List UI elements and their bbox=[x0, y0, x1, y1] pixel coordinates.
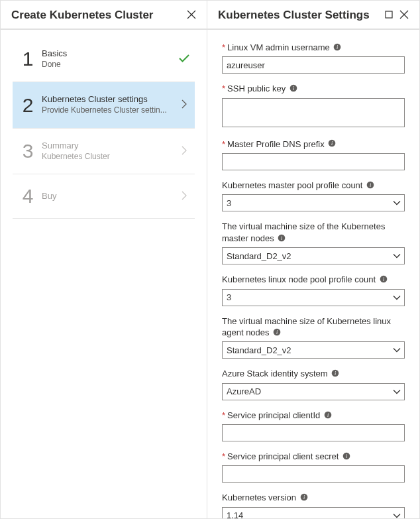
close-icon[interactable] bbox=[399, 10, 409, 21]
info-icon[interactable]: i bbox=[331, 369, 339, 380]
node-count-select[interactable]: 3 bbox=[222, 289, 405, 306]
field-label: The virtual machine size of Kubernetes l… bbox=[222, 316, 405, 339]
required-icon: * bbox=[222, 139, 225, 149]
required-icon: * bbox=[222, 451, 225, 461]
field-sp-secret: *Service principal client secret i bbox=[222, 451, 405, 483]
sp-clientid-input[interactable] bbox=[222, 424, 405, 441]
settings-form: *Linux VM admin username i *SSH public k… bbox=[207, 30, 419, 518]
linux-username-input[interactable] bbox=[222, 56, 405, 74]
check-icon bbox=[179, 54, 189, 64]
field-ssh-key: *SSH public key i bbox=[222, 83, 405, 129]
info-icon[interactable]: i bbox=[328, 139, 336, 150]
required-icon: * bbox=[222, 42, 225, 52]
field-master-size: The virtual machine size of the Kubernet… bbox=[222, 221, 405, 264]
info-icon[interactable]: i bbox=[333, 42, 341, 54]
info-icon[interactable]: i bbox=[289, 84, 297, 95]
field-label: *Service principal client secret i bbox=[222, 451, 405, 463]
field-label: Kubernetes master pool profile count i bbox=[222, 180, 405, 192]
field-linux-username: *Linux VM admin username i bbox=[222, 42, 405, 74]
step-buy[interactable]: 4 Buy bbox=[13, 174, 195, 219]
svg-text:i: i bbox=[337, 44, 338, 50]
info-icon[interactable]: i bbox=[324, 410, 332, 422]
k8s-version-select[interactable]: 1.14 bbox=[222, 507, 405, 518]
svg-text:i: i bbox=[281, 235, 282, 241]
step-number: 4 bbox=[17, 186, 39, 206]
step-number: 3 bbox=[17, 141, 39, 161]
svg-text:i: i bbox=[370, 182, 371, 188]
field-k8s-version: Kubernetes version i 1.14 bbox=[222, 492, 405, 518]
chevron-right-icon bbox=[182, 191, 187, 202]
identity-system-select[interactable]: AzureAD bbox=[222, 383, 405, 400]
field-label: *Service principal clientId i bbox=[222, 410, 405, 422]
field-label: Kubernetes linux node pool profile count… bbox=[222, 274, 405, 286]
maximize-icon[interactable] bbox=[385, 11, 393, 21]
info-icon[interactable]: i bbox=[366, 180, 374, 192]
field-dns-prefix: *Master Profile DNS prefix i bbox=[222, 139, 405, 170]
step-number: 1 bbox=[17, 49, 39, 69]
dns-prefix-input[interactable] bbox=[222, 153, 405, 170]
field-node-size: The virtual machine size of Kubernetes l… bbox=[222, 316, 405, 359]
info-icon[interactable]: i bbox=[342, 451, 350, 463]
step-subtitle: Done bbox=[42, 60, 178, 70]
field-sp-clientid: *Service principal clientId i bbox=[222, 410, 405, 441]
chevron-right-icon bbox=[182, 99, 187, 111]
svg-rect-0 bbox=[386, 11, 392, 18]
node-size-select[interactable]: Standard_D2_v2 bbox=[222, 341, 405, 359]
field-label: *Master Profile DNS prefix i bbox=[222, 139, 405, 150]
required-icon: * bbox=[222, 410, 225, 420]
svg-text:i: i bbox=[303, 494, 305, 500]
info-icon[interactable]: i bbox=[300, 492, 308, 504]
step-title: Buy bbox=[42, 191, 178, 202]
step-title: Basics bbox=[42, 48, 178, 60]
svg-text:i: i bbox=[293, 86, 294, 91]
info-icon[interactable]: i bbox=[380, 274, 388, 286]
step-cluster-settings[interactable]: 2 Kubernetes Cluster settings Provide Ku… bbox=[13, 82, 195, 128]
step-title: Summary bbox=[42, 141, 178, 152]
master-size-select[interactable]: Standard_D2_v2 bbox=[222, 247, 405, 264]
wizard-panel: Create Kubernetes Cluster 1 Basics Done … bbox=[1, 1, 207, 518]
close-icon[interactable] bbox=[187, 10, 196, 21]
field-label: *SSH public key i bbox=[222, 83, 405, 95]
sp-secret-input[interactable] bbox=[222, 465, 405, 483]
field-label: Kubernetes version i bbox=[222, 492, 405, 504]
chevron-right-icon bbox=[182, 146, 187, 157]
settings-header: Kubernetes Cluster Settings bbox=[207, 1, 419, 30]
field-label: The virtual machine size of the Kubernet… bbox=[222, 221, 405, 245]
wizard-header: Create Kubernetes Cluster bbox=[1, 1, 207, 30]
field-identity-system: Azure Stack identity system i AzureAD bbox=[222, 368, 405, 400]
settings-panel: Kubernetes Cluster Settings *Linux VM ad… bbox=[207, 1, 419, 518]
field-master-count: Kubernetes master pool profile count i 3 bbox=[222, 180, 405, 211]
ssh-key-input[interactable] bbox=[222, 98, 405, 127]
svg-text:i: i bbox=[276, 329, 278, 335]
step-summary[interactable]: 3 Summary Kubernetes Cluster bbox=[13, 129, 195, 174]
svg-text:i: i bbox=[327, 412, 329, 418]
svg-text:i: i bbox=[346, 453, 347, 459]
step-number: 2 bbox=[17, 95, 39, 115]
step-subtitle: Provide Kubernetes Cluster settin... bbox=[42, 105, 178, 116]
wizard-title: Create Kubernetes Cluster bbox=[11, 9, 153, 22]
info-icon[interactable]: i bbox=[278, 233, 286, 245]
step-title: Kubernetes Cluster settings bbox=[42, 94, 178, 105]
field-label: *Linux VM admin username i bbox=[222, 42, 405, 54]
step-basics[interactable]: 1 Basics Done bbox=[13, 36, 195, 82]
info-icon[interactable]: i bbox=[273, 327, 281, 339]
svg-text:i: i bbox=[335, 371, 336, 376]
step-subtitle: Kubernetes Cluster bbox=[42, 152, 178, 162]
settings-title: Kubernetes Cluster Settings bbox=[218, 9, 370, 22]
field-label: Azure Stack identity system i bbox=[222, 368, 405, 380]
required-icon: * bbox=[222, 84, 225, 93]
svg-text:i: i bbox=[331, 141, 333, 146]
master-count-select[interactable]: 3 bbox=[222, 194, 405, 211]
wizard-steps: 1 Basics Done 2 Kubernetes Cluster setti… bbox=[1, 30, 207, 219]
svg-text:i: i bbox=[383, 276, 384, 282]
field-node-count: Kubernetes linux node pool profile count… bbox=[222, 274, 405, 306]
